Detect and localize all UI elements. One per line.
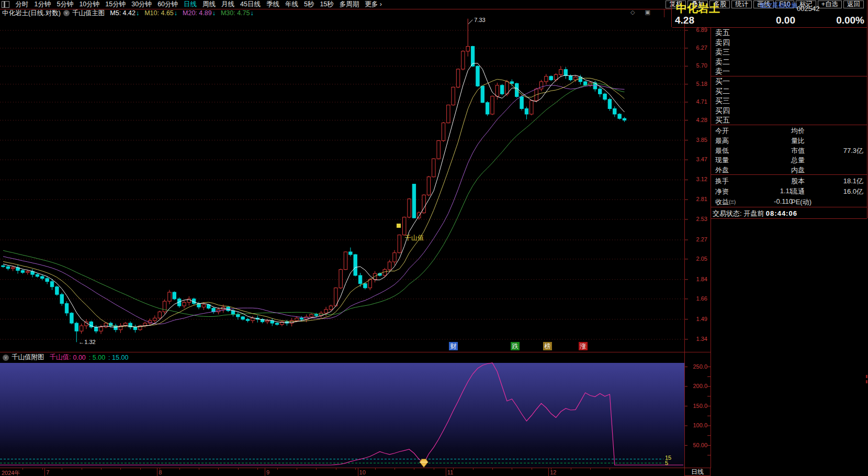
chart-corner-icons[interactable]: ◇ ▣ xyxy=(630,9,655,16)
sub-series-value: 0.00 xyxy=(73,354,85,361)
date-minor-tick xyxy=(257,468,258,470)
date-minor-tick xyxy=(414,468,414,470)
sub-param-2: : 15.00 xyxy=(108,354,128,361)
quick-button-财[interactable]: 财 xyxy=(449,342,458,350)
price-axis-label: 3.47 xyxy=(683,156,707,162)
date-minor-tick xyxy=(512,468,512,470)
date-minor-tick xyxy=(179,468,180,470)
date-minor-tick xyxy=(238,468,239,470)
quick-button-榜[interactable]: 榜 xyxy=(543,342,552,350)
price-axis-label: 6.89 xyxy=(683,27,707,33)
month-label-11: 11 xyxy=(447,469,453,475)
month-label-8: 8 xyxy=(159,469,162,475)
period-item-5秒[interactable]: 5秒 xyxy=(301,0,317,9)
scrollbar-mark[interactable] xyxy=(866,380,867,383)
period-item-日线[interactable]: 日线 xyxy=(181,0,200,9)
sub-chart-header: ˅ 千山值附图 千山值: 0.00 : 5.00 : 15.00 xyxy=(0,352,684,362)
date-minor-tick xyxy=(394,468,395,470)
period-item-15秒[interactable]: 15秒 xyxy=(317,0,336,9)
period-item-45日线[interactable]: 45日线 xyxy=(238,0,264,9)
date-minor-tick xyxy=(22,468,23,470)
last-price: 4.28 xyxy=(675,15,694,26)
info-value: 18.1亿 xyxy=(843,176,863,186)
date-minor-tick xyxy=(42,468,43,470)
info-label: 市值 xyxy=(791,146,805,156)
chart-title-row: 中化岩土(日线.对数) ˅ 千山值主图 M5: 4.42↓M10: 4.65↓M… xyxy=(0,9,672,17)
price-axis-label: 3.85 xyxy=(683,137,707,143)
trading-status-time: 08:44:06 xyxy=(766,209,797,217)
tool-统计[interactable]: 统计 xyxy=(731,1,752,8)
ma-legend-item-0: M5: 4.42↓ xyxy=(110,9,139,17)
date-minor-tick xyxy=(492,468,493,470)
period-item-30分钟[interactable]: 30分钟 xyxy=(129,0,155,9)
down-arrow-icon: ↓ xyxy=(174,9,177,17)
sub-axis-label: 100.0 xyxy=(683,422,707,428)
date-minor-tick xyxy=(453,468,454,470)
window-icon[interactable] xyxy=(2,1,9,8)
collapse-sub-icon[interactable]: ˅ xyxy=(3,355,9,361)
info-label: PE(动) xyxy=(791,197,811,207)
sub-axis-label: 150.0 xyxy=(683,403,707,409)
info-row: 外盘内盘 xyxy=(712,165,866,175)
quote-line-6 xyxy=(711,218,867,219)
period-item-10分钟[interactable]: 10分钟 xyxy=(76,0,103,9)
buy-queue-row-2: 买二 xyxy=(715,87,730,96)
period-item-多周期[interactable]: 多周期 xyxy=(336,0,362,9)
month-separator xyxy=(157,468,157,476)
trading-status-label: 交易状态: 开盘前 xyxy=(713,209,764,217)
quick-button-涨[interactable]: 涨 xyxy=(579,342,588,350)
period-item-年线[interactable]: 年线 xyxy=(282,0,301,9)
info-label: 内盘 xyxy=(791,165,805,175)
period-menu-items: 分时1分钟5分钟10分钟15分钟30分钟60分钟日线周线月线45日线季线年线5秒… xyxy=(13,0,385,9)
date-minor-tick xyxy=(590,468,591,470)
date-minor-tick xyxy=(120,468,121,470)
main-chart-plot-area[interactable] xyxy=(0,17,684,352)
period-item-周线[interactable]: 周线 xyxy=(200,0,219,9)
sell-queue-row-3: 卖三 xyxy=(715,48,730,57)
sell-queue-row-2: 卖二 xyxy=(715,58,730,67)
period-item-5分钟[interactable]: 5分钟 xyxy=(54,0,76,9)
buy-queue-row-1: 买一 xyxy=(715,77,730,86)
price-change-pct: 0.00% xyxy=(816,15,864,26)
date-axis-bar: 2024年789101112 xyxy=(0,468,711,476)
overlay-indicator-name[interactable]: 千山值主图 xyxy=(72,9,105,18)
scrollbar-mark[interactable] xyxy=(866,375,867,378)
buy-queue-row-4: 买四 xyxy=(715,106,730,116)
date-minor-tick xyxy=(140,468,141,470)
sector-tag[interactable]: 低空基础设施 xyxy=(760,1,797,10)
period-item-月线[interactable]: 月线 xyxy=(219,0,238,9)
period-item-季线[interactable]: 季线 xyxy=(263,0,282,9)
current-period-box[interactable]: 日线 xyxy=(684,468,711,476)
info-label: 总量 xyxy=(791,156,805,165)
price-change: 0.00 xyxy=(753,15,795,26)
quick-button-跌[interactable]: 跌 xyxy=(511,342,520,350)
price-axis-label: 2.27 xyxy=(683,236,707,242)
date-minor-tick xyxy=(297,468,297,470)
info-row: 收益㈢-0.110PE(动) xyxy=(712,197,866,207)
info-label: 股本 xyxy=(791,176,805,186)
month-label-12: 12 xyxy=(550,469,556,475)
sub-chart-title[interactable]: 千山值附图 xyxy=(12,353,44,362)
quote-right-border xyxy=(867,0,867,218)
info-value: 16.0亿 xyxy=(843,187,863,196)
info-row: 换手股本18.1亿 xyxy=(712,176,866,186)
period-item-15分钟[interactable]: 15分钟 xyxy=(103,0,129,9)
price-axis-label: 3.12 xyxy=(683,176,707,182)
tool-返回[interactable]: 返回 xyxy=(843,1,864,8)
price-axis-label: 2.05 xyxy=(683,256,707,262)
tool-+自选[interactable]: +自选 xyxy=(818,1,842,8)
period-item-分时[interactable]: 分时 xyxy=(13,0,31,9)
price-axis-label: 1.66 xyxy=(683,295,707,302)
date-minor-tick xyxy=(62,468,62,470)
collapse-main-icon[interactable]: ˅ xyxy=(63,10,70,16)
price-axis-label: 1.84 xyxy=(683,276,707,282)
info-value: -0.110 xyxy=(759,197,793,205)
period-item-1分钟[interactable]: 1分钟 xyxy=(31,0,54,9)
info-label: 外盘 xyxy=(715,165,729,175)
info-row: 今开均价 xyxy=(712,126,866,136)
period-item-更多 ›[interactable]: 更多 › xyxy=(362,0,385,9)
period-item-60分钟[interactable]: 60分钟 xyxy=(155,0,181,9)
info-label: 均价 xyxy=(791,126,805,136)
date-minor-tick xyxy=(375,468,376,470)
indicator-tag-label: 千山值 xyxy=(405,234,424,242)
